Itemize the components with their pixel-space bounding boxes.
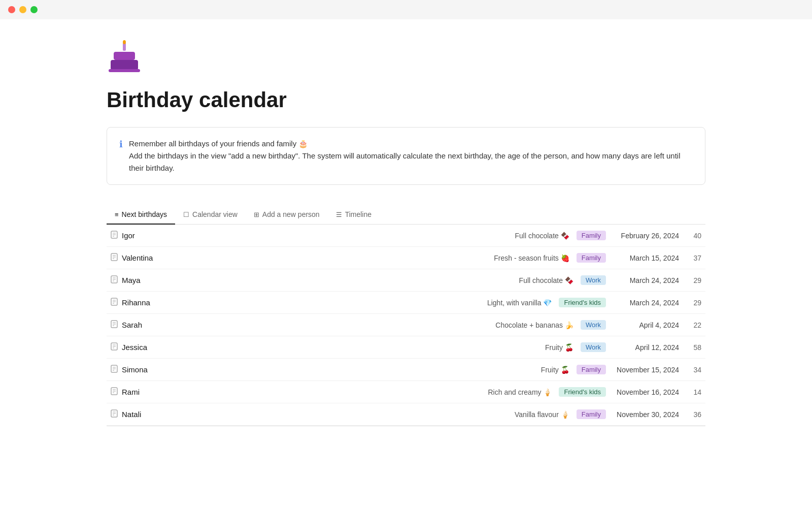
tab-add-person[interactable]: ⊞ Add a new person [246, 205, 328, 225]
age-value: 22 [686, 321, 701, 329]
category-tag: Family [577, 253, 606, 263]
info-text: Remember all birthdays of your friends a… [129, 138, 693, 174]
birthday-date: March 24, 2024 [613, 276, 679, 284]
person-name: Sarah [122, 321, 142, 329]
person-name: Jessica [122, 343, 147, 352]
svg-rect-3 [111, 60, 138, 70]
doc-icon [111, 409, 118, 419]
flavor-text: Chocolate + bananas 🍌 [495, 321, 573, 329]
doc-icon [111, 253, 118, 263]
age-value: 40 [686, 232, 701, 240]
flavor-text: Fresh - season fruits 🍓 [494, 254, 569, 262]
flavor-text: Full chocolate 🍫 [515, 232, 569, 240]
category-tag: Friend's kids [559, 298, 606, 307]
doc-icon [111, 365, 118, 374]
flavor-text: Full chocolate 🍫 [519, 276, 573, 284]
age-value: 34 [686, 366, 701, 374]
birthday-date: April 12, 2024 [613, 343, 679, 352]
person-name: Simona [122, 365, 148, 374]
cake-icon [107, 40, 142, 75]
table-bottom-border [107, 426, 705, 426]
titlebar [0, 0, 812, 19]
table-row[interactable]: Igor Full chocolate 🍫 Family February 26… [107, 225, 705, 247]
birthday-date: November 15, 2024 [613, 366, 679, 374]
table-row[interactable]: Simona Fruity 🍒 Family November 15, 2024… [107, 359, 705, 381]
birthday-date: February 26, 2024 [613, 232, 679, 240]
birthday-date: November 30, 2024 [613, 410, 679, 419]
doc-icon [111, 320, 118, 330]
table-row[interactable]: Rami Rich and creamy 🍦 Friend's kids Nov… [107, 381, 705, 403]
tab-next-birthdays[interactable]: ≡ Next birthdays [107, 205, 175, 225]
svg-rect-2 [114, 52, 135, 60]
age-value: 37 [686, 254, 701, 262]
flavor-text: Light, with vanilla 💎 [487, 299, 552, 307]
tabs-bar: ≡ Next birthdays ☐ Calendar view ⊞ Add a… [107, 205, 705, 225]
page-title: Birthday calendar [107, 87, 705, 113]
category-tag: Family [577, 365, 606, 374]
person-name: Rihanna [122, 298, 150, 307]
info-box: ℹ Remember all birthdays of your friends… [107, 127, 705, 185]
person-name: Valentina [122, 253, 153, 262]
person-name: Maya [122, 276, 141, 284]
doc-icon [111, 275, 118, 285]
svg-rect-4 [109, 69, 140, 72]
doc-icon [111, 342, 118, 352]
close-button[interactable] [8, 6, 15, 13]
category-tag: Family [577, 409, 606, 419]
main-content: Birthday calendar ℹ Remember all birthda… [76, 19, 736, 447]
age-value: 36 [686, 410, 701, 419]
birthday-date: April 4, 2024 [613, 321, 679, 329]
flavor-text: Rich and creamy 🍦 [488, 388, 552, 396]
flavor-text: Vanilla flavour 🍦 [515, 410, 569, 419]
category-tag: Family [577, 231, 606, 240]
table-row[interactable]: Rihanna Light, with vanilla 💎 Friend's k… [107, 292, 705, 314]
calendar-icon: ☐ [183, 211, 189, 218]
birthday-date: November 16, 2024 [613, 388, 679, 396]
category-tag: Friend's kids [559, 387, 606, 397]
birthday-table: Igor Full chocolate 🍫 Family February 26… [107, 225, 705, 426]
tab-timeline[interactable]: ☰ Timeline [328, 205, 380, 225]
person-name: Igor [122, 231, 135, 240]
svg-point-1 [123, 40, 126, 44]
age-value: 58 [686, 343, 701, 352]
table-row[interactable]: Maya Full chocolate 🍫 Work March 24, 202… [107, 269, 705, 292]
table-row[interactable]: Valentina Fresh - season fruits 🍓 Family… [107, 247, 705, 269]
birthday-date: March 15, 2024 [613, 254, 679, 262]
add-icon: ⊞ [254, 211, 259, 218]
age-value: 14 [686, 388, 701, 396]
category-tag: Work [581, 320, 606, 330]
category-tag: Work [581, 342, 606, 352]
tab-calendar-view[interactable]: ☐ Calendar view [175, 205, 246, 225]
minimize-button[interactable] [19, 6, 26, 13]
age-value: 29 [686, 276, 701, 284]
maximize-button[interactable] [30, 6, 38, 13]
person-name: Rami [122, 388, 140, 396]
doc-icon [111, 231, 118, 240]
table-row[interactable]: Jessica Fruity 🍒 Work April 12, 2024 58 [107, 336, 705, 359]
table-row[interactable]: Natali Vanilla flavour 🍦 Family November… [107, 403, 705, 426]
category-tag: Work [581, 275, 606, 285]
person-name: Natali [122, 410, 141, 419]
list-icon: ≡ [115, 211, 119, 218]
flavor-text: Fruity 🍒 [541, 366, 569, 374]
doc-icon [111, 298, 118, 307]
age-value: 29 [686, 299, 701, 307]
timeline-icon: ☰ [336, 211, 342, 218]
flavor-text: Fruity 🍒 [545, 343, 573, 352]
birthday-date: March 24, 2024 [613, 299, 679, 307]
info-icon: ℹ [119, 139, 123, 150]
table-row[interactable]: Sarah Chocolate + bananas 🍌 Work April 4… [107, 314, 705, 336]
doc-icon [111, 387, 118, 397]
